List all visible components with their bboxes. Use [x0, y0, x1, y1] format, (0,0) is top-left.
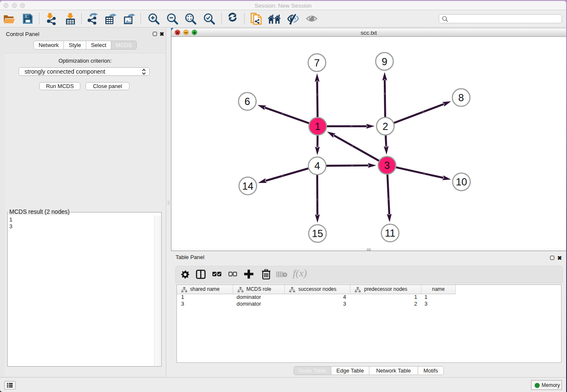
- svg-text:14: 14: [242, 180, 253, 192]
- svg-text:7: 7: [314, 57, 319, 69]
- svg-text:1: 1: [315, 121, 320, 132]
- svg-text:10: 10: [456, 176, 467, 188]
- svg-text:6: 6: [245, 96, 250, 107]
- svg-text:8: 8: [458, 92, 464, 103]
- svg-text:11: 11: [385, 227, 396, 239]
- svg-text:2: 2: [383, 121, 388, 132]
- svg-text:3: 3: [384, 160, 390, 171]
- svg-text:9: 9: [382, 56, 387, 67]
- svg-text:4: 4: [314, 160, 320, 171]
- svg-text:15: 15: [312, 228, 323, 239]
